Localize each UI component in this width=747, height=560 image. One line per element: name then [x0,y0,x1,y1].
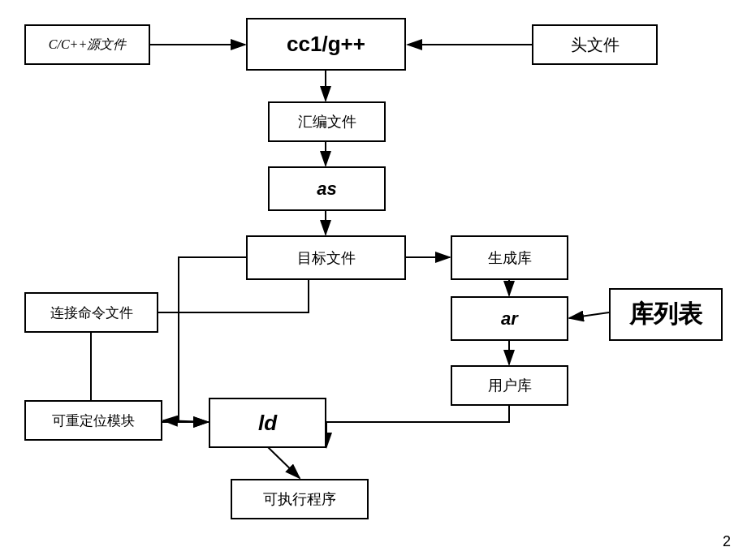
ld-label: ld [258,411,277,436]
ar-box: ar [451,296,568,341]
user-lib-box: 用户库 [451,365,568,406]
obj-file-box: 目标文件 [246,235,406,280]
as-box: as [268,166,386,211]
exec-prog-label: 可执行程序 [263,489,336,509]
asm-file-box: 汇编文件 [268,101,386,142]
gen-lib-label: 生成库 [488,248,532,268]
svg-line-12 [267,446,300,478]
lib-list-label: 库列表 [629,298,702,331]
cc1gpp-box: cc1/g++ [246,18,406,71]
lib-list-box: 库列表 [609,288,723,341]
cpp-source-box: C/C++源文件 [24,24,150,65]
diagram-container: C/C++源文件 cc1/g++ 头文件 汇编文件 as 目标文件 生成库 连接… [0,0,747,560]
obj-file-label: 目标文件 [297,248,356,268]
svg-line-9 [569,312,609,318]
as-label: as [317,179,336,200]
user-lib-label: 用户库 [488,376,532,395]
ld-box: ld [209,398,326,448]
link-cmd-label: 连接命令文件 [50,304,133,322]
asm-file-label: 汇编文件 [298,112,356,131]
relocate-box: 可重定位模块 [24,400,162,441]
relocate-label: 可重定位模块 [52,411,135,430]
gen-lib-box: 生成库 [451,235,568,280]
cpp-source-label: C/C++源文件 [49,37,126,54]
header-file-label: 头文件 [571,34,620,56]
exec-prog-box: 可执行程序 [231,479,369,519]
ar-label: ar [501,308,518,330]
header-file-box: 头文件 [532,24,658,65]
svg-line-11 [163,420,209,422]
link-cmd-box: 连接命令文件 [24,292,158,333]
page-number: 2 [723,533,731,550]
cc1gpp-label: cc1/g++ [287,32,365,57]
diagram-arrows [0,0,747,560]
